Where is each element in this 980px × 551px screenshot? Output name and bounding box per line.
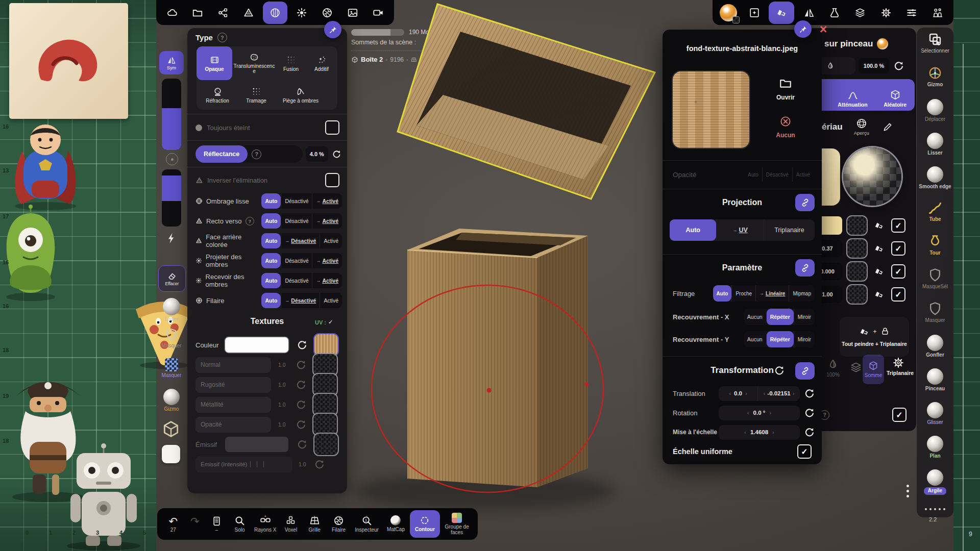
lower-box[interactable]	[407, 229, 588, 487]
texture-slider[interactable]: Émissif (Intensité)	[195, 457, 292, 472]
option-auto[interactable]: Auto	[670, 219, 716, 241]
reset-icon[interactable]	[296, 399, 306, 410]
material-sphere-preview[interactable]	[843, 147, 901, 206]
handle-dots-vertical[interactable]	[906, 485, 909, 497]
tool-gizmo[interactable]: Gizmo	[917, 65, 953, 88]
radius-slider[interactable]	[162, 79, 181, 150]
type-option-piege-a-ombres[interactable]: Piège à ombres	[274, 80, 327, 110]
parameters-icon[interactable]	[900, 2, 923, 24]
option-active[interactable]: Activé	[792, 167, 814, 182]
sum-option[interactable]: Somme	[863, 355, 884, 384]
material-edit-icon[interactable]	[883, 122, 893, 132]
tool-deplacer[interactable]: Déplacer	[917, 99, 953, 122]
object-name[interactable]: Boîte 2	[361, 56, 383, 63]
camera-icon[interactable]	[367, 2, 389, 24]
uniform-scale-checkbox[interactable]	[797, 444, 812, 459]
groupe-de-faces-button[interactable]: Groupe de faces	[441, 513, 473, 535]
paint-value[interactable]: 100.0 %	[859, 58, 889, 73]
tool-tube[interactable]: Tube	[917, 200, 953, 222]
rotation-stepper[interactable]: ‹0.0 °›	[719, 406, 800, 420]
option-triplanaire[interactable]: Triplanaire	[764, 219, 815, 241]
layers-option[interactable]	[848, 360, 864, 375]
inspecteur-button[interactable]: Inspecteur	[352, 515, 382, 533]
reset-icon[interactable]	[296, 419, 306, 430]
cloud-icon[interactable]	[161, 2, 183, 24]
option-desactive[interactable]: Désactivé	[281, 273, 312, 288]
pyramid-icon[interactable]	[237, 2, 260, 24]
option-active[interactable]: Activé	[312, 273, 342, 288]
filaire-button[interactable]: Filaire	[327, 515, 350, 533]
undo-button[interactable]: ↶ 27	[162, 516, 184, 533]
tool-masquer[interactable]: Masquer	[917, 301, 953, 323]
option-auto[interactable]: Auto	[261, 213, 281, 229]
tool-selectionner[interactable]: Sélectionner	[917, 32, 953, 54]
settings-icon[interactable]	[875, 2, 897, 24]
option-aucun[interactable]: Aucun	[744, 331, 766, 347]
option-repeter[interactable]: Répéter	[766, 309, 794, 325]
reset-icon[interactable]	[296, 360, 306, 370]
option-auto[interactable]: Auto	[713, 285, 732, 302]
option-active[interactable]: Activé	[312, 213, 342, 229]
recto-verso-help-icon[interactable]	[246, 217, 255, 226]
option-desactive[interactable]: Désactivé	[281, 193, 312, 209]
scale-reset-icon[interactable]	[804, 427, 815, 438]
mini-tool-lisser[interactable]: Lisser	[159, 298, 184, 322]
paint-all-button[interactable]: + Tout peindre + Triplanaire	[840, 317, 909, 357]
channel-thumbnail[interactable]	[846, 215, 868, 236]
option-desactive[interactable]: Désactivé	[281, 253, 312, 268]
redo-button[interactable]: ↷ 0	[185, 516, 205, 532]
option-auto[interactable]: Auto	[261, 273, 281, 288]
render-icon[interactable]	[263, 2, 287, 24]
post-process-icon[interactable]	[316, 2, 338, 24]
channel-thumbnail[interactable]	[846, 261, 868, 282]
option-desactive[interactable]: Désactivé	[281, 293, 320, 308]
mode-aleatoire[interactable]: Aléatoire	[884, 89, 906, 108]
paintable-icon[interactable]	[873, 242, 885, 255]
invert-checkbox[interactable]	[325, 173, 339, 187]
reset-icon[interactable]	[296, 380, 306, 390]
grille-button[interactable]: Grille	[303, 515, 326, 533]
tool-glisser[interactable]: Glisser	[917, 402, 953, 425]
eraser-mode-button[interactable]: Effacer	[158, 265, 186, 292]
tool-lisser[interactable]: Lisser	[917, 133, 953, 156]
journal-button[interactable]: –	[206, 516, 227, 533]
translation-x-stepper[interactable]: ‹0.0›	[719, 386, 757, 401]
matcap-button[interactable]: MatCap	[383, 515, 408, 533]
dialog-pin-button[interactable]	[794, 20, 812, 38]
option-repeter[interactable]: Répéter	[766, 331, 794, 347]
rayons-x-button[interactable]: Rayons X	[252, 515, 279, 533]
reset-icon[interactable]	[297, 340, 307, 350]
channel-checkbox[interactable]	[891, 264, 905, 279]
type-option-tramage[interactable]: Tramage	[238, 80, 274, 110]
paint-icon[interactable]	[769, 2, 794, 24]
option-miroir[interactable]: Miroir	[794, 309, 815, 325]
texture-slider[interactable]: Métallité	[195, 397, 271, 413]
tool-masquesel[interactable]: MasqueSél	[917, 267, 953, 290]
solo-button[interactable]: Solo	[228, 515, 251, 533]
bolt-icon[interactable]	[164, 231, 179, 246]
option-active[interactable]: Activé	[320, 293, 342, 308]
texture-thumbnail[interactable]	[313, 433, 339, 456]
mode-attenuation[interactable]: Atténuation	[838, 89, 867, 108]
option-aucun[interactable]: Aucun	[744, 309, 766, 325]
tool-plan[interactable]: Plan	[917, 436, 953, 459]
translation-reset-icon[interactable]	[804, 388, 815, 399]
translation-y-stepper[interactable]: ‹-0.02151›	[757, 386, 800, 401]
option-mipmap[interactable]: Mipmap	[789, 285, 815, 302]
texture-slider[interactable]: Rugosité	[195, 377, 271, 393]
reset-icon[interactable]	[314, 459, 325, 470]
channel-thumbnail[interactable]	[846, 238, 868, 259]
material-ball-icon[interactable]	[717, 2, 740, 24]
rotation-reset-icon[interactable]	[804, 408, 815, 418]
material-preview-toggle[interactable]: Aperçu	[854, 118, 869, 136]
transformation-reset-icon[interactable]	[774, 365, 785, 376]
mini-tool-masquer-pixel[interactable]: Masquer	[159, 358, 184, 379]
tool-tour[interactable]: Tour	[917, 234, 953, 256]
intensity-slider[interactable]	[162, 169, 181, 227]
option-proche[interactable]: Proche	[731, 285, 755, 302]
type-option-additif[interactable]: Additif	[306, 46, 337, 80]
texture-slider[interactable]: Opacité	[195, 417, 271, 433]
transformation-link-button[interactable]	[795, 362, 815, 380]
channel-checkbox[interactable]	[891, 287, 905, 302]
mini-tool-gizmo[interactable]: Gizmo	[159, 389, 184, 412]
